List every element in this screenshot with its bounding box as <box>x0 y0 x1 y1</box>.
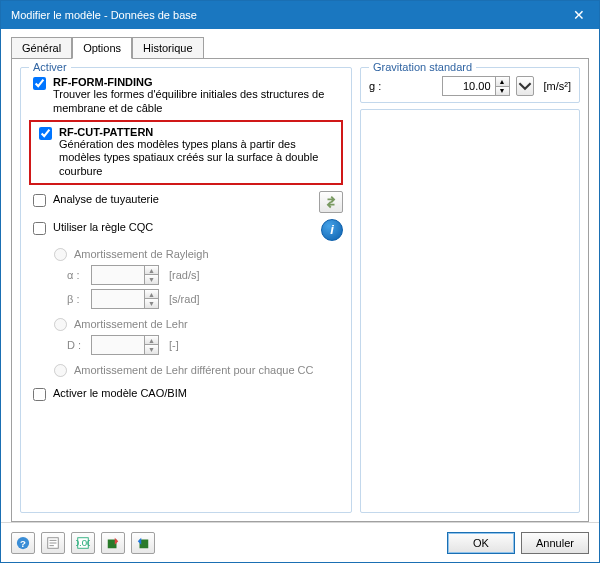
cqc-checkbox[interactable] <box>33 222 46 235</box>
tab-bar: Général Options Historique <box>11 37 589 59</box>
chevron-down-icon <box>518 79 532 93</box>
alpha-down: ▼ <box>145 275 158 284</box>
info-icon[interactable]: i <box>321 219 343 241</box>
piping-checkbox[interactable] <box>33 194 46 207</box>
note-icon <box>46 536 60 550</box>
lehr-radio <box>54 318 67 331</box>
rayleigh-label: Amortissement de Rayleigh <box>74 248 209 260</box>
right-column: Gravitation standard g : ▲▼ [m/s²] <box>360 67 580 513</box>
titlebar: Modifier le modèle - Données de base ✕ <box>1 1 599 29</box>
d-unit: [-] <box>169 339 179 351</box>
form-finding-row: RF-FORM-FINDING Trouver les formes d'équ… <box>29 76 343 116</box>
cqc-row: Utiliser la règle CQC i <box>29 219 343 241</box>
gravity-input[interactable] <box>443 77 495 95</box>
tab-general[interactable]: Général <box>11 37 72 59</box>
piping-row: Analyse de tuyauterie <box>29 191 343 213</box>
cadbim-row: Activer le modèle CAO/BIM <box>29 387 343 404</box>
alpha-input <box>92 266 144 284</box>
d-input <box>92 336 144 354</box>
alpha-spinner: ▲▼ <box>91 265 159 285</box>
gravity-dropdown-button[interactable] <box>516 76 534 96</box>
beta-up: ▲ <box>145 290 158 300</box>
cancel-button[interactable]: Annuler <box>521 532 589 554</box>
activate-legend: Activer <box>29 61 71 73</box>
export-icon <box>106 536 120 550</box>
gravity-up[interactable]: ▲ <box>496 77 509 87</box>
d-down: ▼ <box>145 345 158 354</box>
window-title: Modifier le modèle - Données de base <box>11 9 559 21</box>
cut-pattern-highlight: RF-CUT-PATTERN Génération des modèles ty… <box>29 120 343 185</box>
beta-input <box>92 290 144 308</box>
cut-pattern-label: RF-CUT-PATTERN <box>59 126 153 138</box>
import-icon <box>136 536 150 550</box>
gravity-legend: Gravitation standard <box>369 61 476 73</box>
alpha-up: ▲ <box>145 266 158 276</box>
help-icon: ? <box>16 536 30 550</box>
form-finding-desc: Trouver les formes d'équilibre initiales… <box>53 88 343 116</box>
cadbim-label: Activer le modèle CAO/BIM <box>53 387 187 399</box>
svg-text:0.00: 0.00 <box>76 536 90 547</box>
d-spinner: ▲▼ <box>91 335 159 355</box>
form-finding-label: RF-FORM-FINDING <box>53 76 153 88</box>
beta-label: β : <box>67 293 85 305</box>
tab-options[interactable]: Options <box>72 37 132 59</box>
units-icon: 0.00 <box>76 536 90 550</box>
piping-settings-button[interactable] <box>319 191 343 213</box>
ok-button[interactable]: OK <box>447 532 515 554</box>
gravity-down[interactable]: ▼ <box>496 87 509 96</box>
tool-button-3[interactable] <box>101 532 125 554</box>
beta-unit: [s/rad] <box>169 293 200 305</box>
content-area: Général Options Historique Activer RF-FO… <box>1 29 599 562</box>
cadbim-checkbox[interactable] <box>33 388 46 401</box>
activate-group: Activer RF-FORM-FINDING Trouver les form… <box>20 67 352 513</box>
rayleigh-radio <box>54 248 67 261</box>
gravity-label: g : <box>369 80 381 92</box>
footer-bar: ? 0.00 OK Annuler <box>1 522 599 562</box>
close-button[interactable]: ✕ <box>559 1 599 29</box>
help-button[interactable]: ? <box>11 532 35 554</box>
refresh-icon <box>324 195 338 209</box>
d-up: ▲ <box>145 336 158 346</box>
cut-pattern-row: RF-CUT-PATTERN Génération des modèles ty… <box>35 126 337 179</box>
alpha-unit: [rad/s] <box>169 269 200 281</box>
d-label: D : <box>67 339 85 351</box>
cut-pattern-desc: Génération des modèles types plans à par… <box>59 138 337 179</box>
gravity-group: Gravitation standard g : ▲▼ [m/s²] <box>360 67 580 103</box>
tab-panel: Activer RF-FORM-FINDING Trouver les form… <box>11 58 589 522</box>
lehr-cc-radio <box>54 364 67 377</box>
dialog-window: Modifier le modèle - Données de base ✕ G… <box>0 0 600 563</box>
svg-text:?: ? <box>20 537 26 548</box>
lehr-cc-label: Amortissement de Lehr différent pour cha… <box>74 364 313 376</box>
empty-group <box>360 109 580 513</box>
gravity-spinner[interactable]: ▲▼ <box>442 76 510 96</box>
alpha-label: α : <box>67 269 85 281</box>
tool-button-2[interactable]: 0.00 <box>71 532 95 554</box>
piping-label: Analyse de tuyauterie <box>53 193 159 205</box>
tool-button-4[interactable] <box>131 532 155 554</box>
cut-pattern-checkbox[interactable] <box>39 127 52 140</box>
gravity-unit: [m/s²] <box>544 80 572 92</box>
form-finding-checkbox[interactable] <box>33 77 46 90</box>
cqc-subgroup: Amortissement de Rayleigh α : ▲▼ [rad/s]… <box>49 247 343 377</box>
beta-down: ▼ <box>145 299 158 308</box>
tool-button-1[interactable] <box>41 532 65 554</box>
lehr-label: Amortissement de Lehr <box>74 318 188 330</box>
beta-spinner: ▲▼ <box>91 289 159 309</box>
left-column: Activer RF-FORM-FINDING Trouver les form… <box>20 67 352 513</box>
cqc-label: Utiliser la règle CQC <box>53 221 153 233</box>
tab-history[interactable]: Historique <box>132 37 204 59</box>
